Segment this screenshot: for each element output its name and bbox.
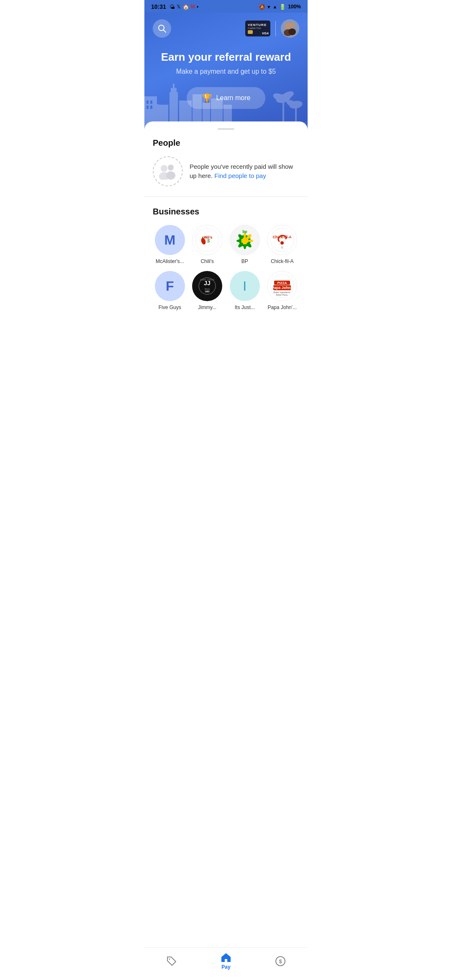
business-item-papajohns[interactable]: PIZZA Papa Johns Better Ingredients. Bet…: [265, 271, 300, 310]
business-name-chilis: Chili's: [200, 258, 214, 264]
learn-more-label: Learn more: [216, 94, 251, 102]
card-network: VISA: [262, 32, 269, 35]
svg-rect-3: [146, 106, 149, 109]
business-item-itsjust[interactable]: I Its Just...: [228, 271, 262, 310]
business-item-mcalisters[interactable]: M McAlister's...: [153, 225, 187, 264]
hero-nav: VENTURE Capital One VISA: [153, 19, 299, 38]
business-logo-itsjust: I: [230, 271, 260, 301]
wifi-icon: ▾: [267, 4, 270, 10]
search-icon: [157, 24, 167, 33]
business-logo-jimmyjohns: JJ Since 1983 JIMMY JOHN'S: [192, 271, 222, 301]
avatar-image: [281, 19, 299, 38]
businesses-section: Businesses M McAlister's... chili's: [144, 207, 308, 310]
dot-icon: •: [197, 4, 199, 10]
bp-logo: bp: [233, 228, 257, 252]
mcalisters-initial: M: [164, 232, 175, 248]
businesses-section-title: Businesses: [153, 207, 299, 217]
learn-more-button[interactable]: 🏆 Learn more: [187, 87, 266, 109]
bell-muted-icon: 🔕: [259, 4, 265, 10]
people-section: People People you've recently paid will …: [144, 138, 308, 186]
card-issuer: Capital One: [248, 27, 261, 29]
svg-point-22: [154, 104, 161, 108]
people-icon-container: [153, 156, 183, 186]
svg-rect-8: [173, 84, 175, 89]
business-logo-bp: bp: [230, 225, 260, 255]
svg-rect-1: [146, 101, 149, 104]
svg-point-45: [236, 240, 241, 242]
drag-handle: [218, 128, 234, 130]
svg-rect-2: [150, 101, 152, 104]
fiveguys-initial: F: [166, 279, 174, 294]
people-empty-text: People you've recently paid will show up…: [190, 162, 299, 181]
nav-divider: [275, 21, 276, 36]
nav-right: VENTURE Capital One VISA: [245, 19, 299, 38]
battery-percent: 100%: [288, 4, 301, 10]
svg-text:®: ®: [281, 246, 284, 249]
business-logo-chickfila: Chick-fil-A ®: [267, 225, 297, 255]
people-section-title: People: [153, 138, 299, 148]
status-bar: 10:31 🌤 𝕏 🏠 M • 🔕 ▾ ▲ 🔋 100%: [144, 0, 308, 13]
business-logo-mcalisters: M: [155, 225, 185, 255]
business-item-chickfila[interactable]: Chick-fil-A ® Chick-fil-A: [265, 225, 300, 264]
svg-point-54: [280, 241, 284, 245]
hero-subtitle: Make a payment and get up to $5: [153, 68, 299, 75]
svg-point-30: [288, 28, 296, 35]
hero-section: VENTURE Capital One VISA: [144, 13, 308, 130]
svg-point-33: [168, 165, 174, 170]
svg-text:Better Pizza.: Better Pizza.: [276, 294, 288, 296]
business-logo-papajohns: PIZZA Papa Johns Better Ingredients. Bet…: [267, 271, 297, 301]
signal-icon: ▲: [272, 4, 277, 9]
business-item-fiveguys[interactable]: F Five Guys: [153, 271, 187, 310]
business-name-papajohns: Papa John'...: [267, 304, 297, 310]
hero-title: Earn your referral reward: [153, 50, 299, 64]
home-app-icon: 🏠: [182, 4, 189, 10]
business-name-bp: BP: [241, 258, 248, 264]
business-name-fiveguys: Five Guys: [159, 304, 181, 310]
section-divider: [144, 196, 308, 197]
svg-rect-4: [150, 106, 152, 109]
battery-icon: 🔋: [279, 4, 286, 10]
svg-line-25: [164, 30, 166, 33]
svg-point-31: [161, 165, 167, 172]
svg-point-29: [290, 23, 295, 28]
svg-text:1983: 1983: [205, 290, 210, 293]
user-avatar[interactable]: [281, 19, 299, 38]
jimmyjohns-logo: JJ Since 1983 JIMMY JOHN'S: [195, 274, 219, 298]
svg-text:PIZZA: PIZZA: [277, 281, 287, 285]
itsjust-initial: I: [243, 279, 247, 294]
people-placeholder-icon: [157, 163, 179, 180]
chickfila-logo: Chick-fil-A ®: [270, 228, 294, 252]
business-logo-chilis: chili's S: [192, 225, 222, 255]
status-time: 10:31: [151, 3, 166, 10]
card-name: VENTURE: [248, 23, 267, 27]
business-name-jimmyjohns: Jimmy...: [198, 304, 216, 310]
twitter-icon: 𝕏: [177, 4, 181, 10]
trophy-icon: 🏆: [202, 93, 212, 103]
business-name-itsjust: Its Just...: [235, 304, 255, 310]
business-item-jimmyjohns[interactable]: JJ Since 1983 JIMMY JOHN'S Jimmy...: [190, 271, 225, 310]
business-item-chilis[interactable]: chili's S Chili's: [190, 225, 225, 264]
status-icons-left: 🌤 𝕏 🏠 M •: [170, 4, 199, 10]
business-logo-fiveguys: F: [155, 271, 185, 301]
business-name-mcalisters: McAlister's...: [156, 258, 184, 264]
svg-point-44: [244, 244, 246, 249]
find-people-link[interactable]: Find people to pay: [214, 172, 266, 179]
content-card: People People you've recently paid will …: [144, 121, 308, 352]
people-empty-state: People you've recently paid will show up…: [153, 156, 299, 186]
svg-text:S: S: [207, 239, 210, 243]
svg-text:JIMMY JOHN'S: JIMMY JOHN'S: [200, 279, 215, 281]
business-item-bp[interactable]: bp BP: [228, 225, 262, 264]
svg-text:bp: bp: [242, 230, 247, 234]
chilis-logo: chili's S: [195, 228, 219, 252]
businesses-grid: M McAlister's... chili's S: [153, 225, 299, 310]
svg-text:Papa Johns: Papa Johns: [272, 286, 293, 290]
papajohns-logo: PIZZA Papa Johns Better Ingredients. Bet…: [270, 274, 294, 298]
business-name-chickfila: Chick-fil-A: [271, 258, 294, 264]
search-button[interactable]: [153, 19, 171, 38]
gmail-icon: M: [191, 4, 195, 10]
card-thumbnail[interactable]: VENTURE Capital One VISA: [245, 21, 270, 36]
status-right-icons: 🔕 ▾ ▲ 🔋 100%: [259, 4, 301, 10]
weather-icon: 🌤: [170, 4, 175, 10]
svg-point-46: [248, 240, 253, 242]
svg-point-34: [166, 171, 175, 180]
